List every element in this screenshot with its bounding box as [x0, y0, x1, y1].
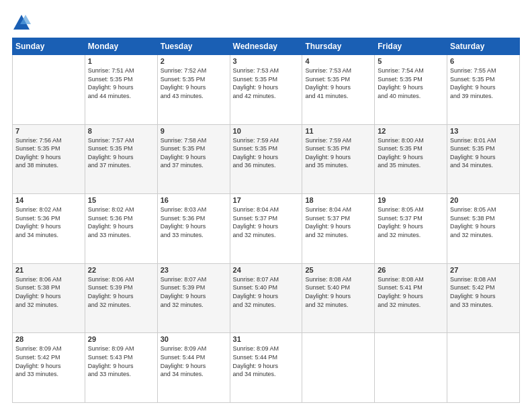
calendar-cell [447, 333, 520, 403]
calendar-week-row: 7Sunrise: 7:56 AM Sunset: 5:35 PM Daylig… [13, 124, 520, 194]
calendar-cell: 9Sunrise: 7:58 AM Sunset: 5:35 PM Daylig… [157, 124, 230, 194]
page: SundayMondayTuesdayWednesdayThursdayFrid… [0, 0, 532, 411]
calendar-cell: 20Sunrise: 8:05 AM Sunset: 5:38 PM Dayli… [447, 194, 520, 264]
day-info: Sunrise: 8:02 AM Sunset: 5:36 PM Dayligh… [88, 205, 154, 239]
day-number: 8 [88, 127, 154, 135]
day-number: 16 [161, 196, 227, 204]
day-info: Sunrise: 7:59 AM Sunset: 5:35 PM Dayligh… [233, 136, 300, 170]
calendar-day-header: Wednesday [230, 38, 302, 55]
day-number: 31 [233, 335, 300, 343]
calendar-week-row: 21Sunrise: 8:06 AM Sunset: 5:38 PM Dayli… [13, 263, 520, 333]
calendar-day-header: Monday [85, 38, 157, 55]
calendar-cell: 18Sunrise: 8:04 AM Sunset: 5:37 PM Dayli… [302, 194, 375, 264]
calendar-cell: 10Sunrise: 7:59 AM Sunset: 5:35 PM Dayli… [230, 124, 302, 194]
day-number: 22 [88, 266, 154, 274]
day-number: 2 [161, 57, 227, 65]
day-info: Sunrise: 7:53 AM Sunset: 5:35 PM Dayligh… [305, 66, 371, 100]
day-number: 27 [450, 266, 517, 274]
day-info: Sunrise: 8:04 AM Sunset: 5:37 PM Dayligh… [305, 205, 371, 239]
day-info: Sunrise: 8:03 AM Sunset: 5:36 PM Dayligh… [161, 205, 227, 239]
day-number: 5 [378, 57, 444, 65]
calendar-day-header: Tuesday [157, 38, 230, 55]
calendar-day-header: Friday [375, 38, 447, 55]
day-number: 12 [378, 127, 444, 135]
calendar-cell: 27Sunrise: 8:08 AM Sunset: 5:42 PM Dayli… [447, 263, 520, 333]
day-number: 1 [88, 57, 154, 65]
day-info: Sunrise: 8:06 AM Sunset: 5:39 PM Dayligh… [88, 275, 154, 309]
day-info: Sunrise: 8:09 AM Sunset: 5:44 PM Dayligh… [161, 345, 227, 378]
calendar-cell: 31Sunrise: 8:09 AM Sunset: 5:44 PM Dayli… [230, 333, 302, 403]
day-info: Sunrise: 7:52 AM Sunset: 5:35 PM Dayligh… [161, 66, 227, 100]
calendar-week-row: 1Sunrise: 7:51 AM Sunset: 5:35 PM Daylig… [13, 55, 520, 125]
day-number: 11 [305, 127, 371, 135]
day-number: 4 [305, 57, 371, 65]
calendar-cell: 3Sunrise: 7:53 AM Sunset: 5:35 PM Daylig… [230, 55, 302, 125]
day-info: Sunrise: 8:09 AM Sunset: 5:44 PM Dayligh… [233, 345, 300, 378]
day-info: Sunrise: 7:55 AM Sunset: 5:35 PM Dayligh… [450, 66, 517, 100]
day-number: 18 [305, 196, 371, 204]
calendar-cell: 25Sunrise: 8:08 AM Sunset: 5:40 PM Dayli… [302, 263, 375, 333]
calendar-cell [375, 333, 447, 403]
calendar-cell: 17Sunrise: 8:04 AM Sunset: 5:37 PM Dayli… [230, 194, 302, 264]
day-number: 19 [378, 196, 444, 204]
calendar-week-row: 14Sunrise: 8:02 AM Sunset: 5:36 PM Dayli… [13, 194, 520, 264]
logo [12, 13, 34, 32]
day-info: Sunrise: 8:07 AM Sunset: 5:40 PM Dayligh… [233, 275, 300, 309]
day-number: 26 [378, 266, 444, 274]
day-number: 6 [450, 57, 517, 65]
day-number: 28 [15, 335, 82, 343]
calendar-cell: 8Sunrise: 7:57 AM Sunset: 5:35 PM Daylig… [85, 124, 157, 194]
calendar-cell: 23Sunrise: 8:07 AM Sunset: 5:39 PM Dayli… [157, 263, 230, 333]
calendar-cell: 4Sunrise: 7:53 AM Sunset: 5:35 PM Daylig… [302, 55, 375, 125]
calendar-cell: 30Sunrise: 8:09 AM Sunset: 5:44 PM Dayli… [157, 333, 230, 403]
day-number: 7 [15, 127, 82, 135]
calendar-table: SundayMondayTuesdayWednesdayThursdayFrid… [12, 38, 520, 403]
day-info: Sunrise: 8:07 AM Sunset: 5:39 PM Dayligh… [161, 275, 227, 309]
day-number: 15 [88, 196, 154, 204]
calendar-cell: 1Sunrise: 7:51 AM Sunset: 5:35 PM Daylig… [85, 55, 157, 125]
day-info: Sunrise: 8:04 AM Sunset: 5:37 PM Dayligh… [233, 205, 300, 239]
header [12, 11, 520, 32]
calendar-cell: 7Sunrise: 7:56 AM Sunset: 5:35 PM Daylig… [13, 124, 85, 194]
day-number: 20 [450, 196, 517, 204]
day-info: Sunrise: 8:08 AM Sunset: 5:41 PM Dayligh… [378, 275, 444, 309]
calendar-cell: 13Sunrise: 8:01 AM Sunset: 5:35 PM Dayli… [447, 124, 520, 194]
day-info: Sunrise: 8:08 AM Sunset: 5:40 PM Dayligh… [305, 275, 371, 309]
calendar-cell: 5Sunrise: 7:54 AM Sunset: 5:35 PM Daylig… [375, 55, 447, 125]
day-number: 17 [233, 196, 300, 204]
day-info: Sunrise: 8:01 AM Sunset: 5:35 PM Dayligh… [450, 136, 517, 170]
calendar-day-header: Saturday [447, 38, 520, 55]
calendar-header-row: SundayMondayTuesdayWednesdayThursdayFrid… [13, 38, 520, 55]
calendar-cell: 26Sunrise: 8:08 AM Sunset: 5:41 PM Dayli… [375, 263, 447, 333]
calendar-cell: 11Sunrise: 7:59 AM Sunset: 5:35 PM Dayli… [302, 124, 375, 194]
day-info: Sunrise: 8:08 AM Sunset: 5:42 PM Dayligh… [450, 275, 517, 309]
logo-icon [12, 13, 31, 32]
calendar-cell: 29Sunrise: 8:09 AM Sunset: 5:43 PM Dayli… [85, 333, 157, 403]
day-info: Sunrise: 8:02 AM Sunset: 5:36 PM Dayligh… [15, 205, 82, 239]
day-number: 3 [233, 57, 300, 65]
day-number: 10 [233, 127, 300, 135]
calendar-cell: 15Sunrise: 8:02 AM Sunset: 5:36 PM Dayli… [85, 194, 157, 264]
day-info: Sunrise: 8:00 AM Sunset: 5:35 PM Dayligh… [378, 136, 444, 170]
day-info: Sunrise: 8:05 AM Sunset: 5:38 PM Dayligh… [450, 205, 517, 239]
calendar-cell: 21Sunrise: 8:06 AM Sunset: 5:38 PM Dayli… [13, 263, 85, 333]
calendar-cell: 24Sunrise: 8:07 AM Sunset: 5:40 PM Dayli… [230, 263, 302, 333]
calendar-day-header: Sunday [13, 38, 85, 55]
calendar-day-header: Thursday [302, 38, 375, 55]
calendar-cell: 28Sunrise: 8:09 AM Sunset: 5:42 PM Dayli… [13, 333, 85, 403]
day-info: Sunrise: 7:54 AM Sunset: 5:35 PM Dayligh… [378, 66, 444, 100]
calendar-week-row: 28Sunrise: 8:09 AM Sunset: 5:42 PM Dayli… [13, 333, 520, 403]
day-number: 24 [233, 266, 300, 274]
calendar-cell: 14Sunrise: 8:02 AM Sunset: 5:36 PM Dayli… [13, 194, 85, 264]
calendar-cell [13, 55, 85, 125]
calendar-cell: 2Sunrise: 7:52 AM Sunset: 5:35 PM Daylig… [157, 55, 230, 125]
day-info: Sunrise: 7:56 AM Sunset: 5:35 PM Dayligh… [15, 136, 82, 170]
day-number: 14 [15, 196, 82, 204]
calendar-cell [302, 333, 375, 403]
calendar-cell: 12Sunrise: 8:00 AM Sunset: 5:35 PM Dayli… [375, 124, 447, 194]
day-info: Sunrise: 8:09 AM Sunset: 5:42 PM Dayligh… [15, 345, 82, 378]
day-info: Sunrise: 7:58 AM Sunset: 5:35 PM Dayligh… [161, 136, 227, 170]
day-info: Sunrise: 8:09 AM Sunset: 5:43 PM Dayligh… [88, 345, 154, 378]
day-number: 9 [161, 127, 227, 135]
day-number: 23 [161, 266, 227, 274]
